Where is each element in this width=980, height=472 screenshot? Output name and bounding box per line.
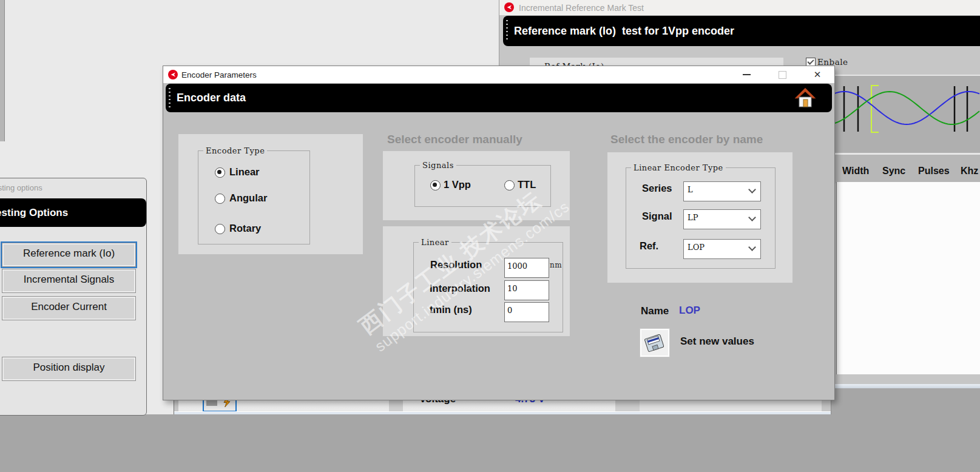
tmin-label: tmin (ns) bbox=[430, 304, 472, 315]
minimize-icon bbox=[743, 74, 751, 75]
radio-angular-label: Angular bbox=[229, 192, 267, 204]
win1-header-text: Reference mark (Io) test for 1Vpp encode… bbox=[514, 16, 734, 46]
set-new-values-button[interactable] bbox=[640, 328, 670, 357]
interpolation-label: Interpolation bbox=[430, 283, 490, 294]
maximize-icon bbox=[779, 71, 786, 79]
win1-header-bar: Reference mark (Io) test for 1Vpp encode… bbox=[503, 16, 980, 46]
w3-bottom-edge bbox=[174, 411, 831, 414]
heading-select-manually: Select encoder manually bbox=[387, 133, 522, 146]
desktop-left-edge-strip bbox=[0, 0, 5, 141]
radio-linear-label: Linear bbox=[229, 166, 260, 178]
name-label: Name bbox=[641, 305, 669, 317]
button-encoder-current[interactable]: Encoder Current bbox=[2, 297, 135, 320]
col-pulses: Pulses bbox=[918, 166, 950, 177]
series-select[interactable]: L bbox=[683, 181, 761, 201]
chevron-down-icon bbox=[748, 186, 756, 194]
floppy-disk-icon bbox=[643, 331, 666, 357]
linear-group-label: Linear bbox=[419, 238, 451, 247]
win1-title: Incremental Reference Mark Test bbox=[519, 3, 644, 13]
resolution-label: Resolution bbox=[430, 259, 482, 271]
signal-label: Signal bbox=[642, 211, 672, 222]
col-khz: Khz bbox=[961, 166, 978, 177]
signals-group-label: Signals bbox=[420, 161, 456, 170]
minimize-button[interactable] bbox=[737, 68, 756, 81]
button-position-display[interactable]: Position display bbox=[2, 357, 135, 380]
col-width: Width bbox=[842, 166, 869, 177]
maximize-button[interactable] bbox=[772, 68, 792, 81]
win2-header-bar: Testing Options bbox=[0, 198, 146, 227]
dialog-header-bar: Encoder data bbox=[166, 84, 832, 112]
radio-ttl[interactable] bbox=[504, 180, 515, 190]
signal-select[interactable]: LP bbox=[683, 209, 761, 229]
button-incremental-signals[interactable]: Incremental Signals bbox=[2, 269, 135, 292]
ref-label: Ref. bbox=[640, 240, 658, 252]
chevron-down-icon bbox=[748, 243, 756, 251]
dialog-titlebar[interactable]: Encoder Parameters ✕ bbox=[163, 66, 834, 83]
series-select-value: L bbox=[688, 185, 693, 194]
home-icon[interactable] bbox=[794, 87, 816, 109]
win2-title: Testing options bbox=[0, 183, 42, 192]
pulse-table-header: Width Sync Pulses Khz bbox=[815, 153, 980, 183]
radio-ttl-label: TTL bbox=[518, 179, 536, 190]
grip-dots-icon bbox=[169, 88, 171, 108]
window-testing-options: Testing options Testing Options Referenc… bbox=[0, 178, 147, 416]
tmin-input[interactable]: 0 bbox=[504, 302, 549, 322]
col-sync: Sync bbox=[882, 166, 905, 177]
radio-1vpp-label: 1 Vpp bbox=[444, 179, 471, 190]
desktop: Incremental Reference Mark Test Referenc… bbox=[0, 0, 980, 472]
radio-rotary[interactable] bbox=[215, 224, 225, 234]
radio-linear[interactable] bbox=[215, 167, 225, 178]
win1-titlebar[interactable]: Incremental Reference Mark Test bbox=[499, 0, 980, 15]
radio-1vpp[interactable] bbox=[430, 180, 441, 190]
series-label: Series bbox=[642, 183, 672, 194]
set-new-values-label: Set new values bbox=[680, 335, 754, 348]
w3-icon-dark-part bbox=[206, 400, 217, 406]
dialog-encoder-parameters: Encoder Parameters ✕ Encoder data bbox=[163, 66, 835, 400]
name-value: LOP bbox=[679, 305, 700, 317]
resolution-unit: nm bbox=[550, 261, 562, 269]
app-icon bbox=[504, 2, 514, 12]
ref-select-value: LOP bbox=[688, 243, 705, 252]
grip-dots-icon bbox=[506, 20, 508, 42]
resolution-input[interactable]: 1000 bbox=[504, 258, 549, 278]
signal-select-value: LP bbox=[688, 213, 698, 222]
radio-rotary-label: Rotary bbox=[229, 223, 261, 234]
win2-header-text: Testing Options bbox=[0, 198, 68, 227]
pulse-list-body[interactable] bbox=[836, 182, 980, 374]
dialog-title: Encoder Parameters bbox=[181, 70, 257, 79]
chevron-down-icon bbox=[748, 214, 756, 221]
radio-angular[interactable] bbox=[215, 194, 225, 204]
ref-select[interactable]: LOP bbox=[683, 239, 761, 259]
interpolation-input[interactable]: 10 bbox=[504, 280, 549, 300]
app-icon bbox=[168, 70, 178, 79]
heading-select-by-name: Select the encoder by name bbox=[610, 133, 763, 146]
dialog-header-text: Encoder data bbox=[177, 84, 246, 112]
close-button[interactable]: ✕ bbox=[808, 68, 827, 81]
button-reference-mark[interactable]: Reference mark (Io) bbox=[2, 243, 135, 266]
byname-group-label: Linear Encoder Type bbox=[631, 163, 726, 172]
encoder-type-group-label: Encoder Type bbox=[203, 146, 267, 155]
